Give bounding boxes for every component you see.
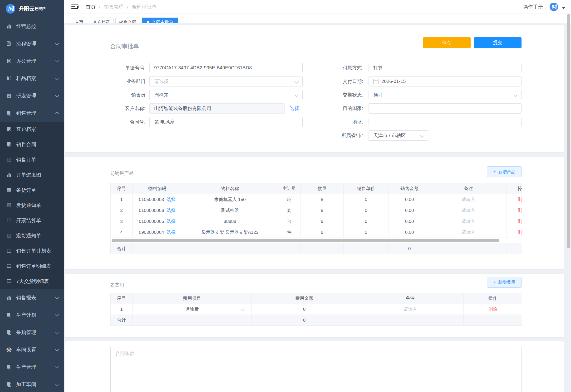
sidebar-item-shipping-notice[interactable]: 发货通知单 <box>0 198 64 213</box>
delivery-date-input[interactable]: 2026-01-15 <box>369 76 522 86</box>
fee-item-select[interactable]: 运输费 <box>133 304 252 315</box>
select-material-link[interactable]: 选择 <box>166 196 176 203</box>
select-material-link[interactable]: 选择 <box>166 218 176 224</box>
sidebar-item-label: 生产计划 <box>16 312 55 318</box>
cell-qty[interactable]: 8 <box>301 194 344 205</box>
sidebar-item-sales-report[interactable]: 销售报表 <box>0 289 64 306</box>
note-input[interactable] <box>432 208 505 213</box>
sidebar-item-rnd-mgmt[interactable]: 研发管理 <box>0 87 64 104</box>
sidebar-collapse-icon[interactable] <box>71 4 78 10</box>
tab-customer-archive[interactable]: 客户档案 <box>89 18 114 23</box>
sidebar-item-workshop-settings[interactable]: 车间设置 <box>0 341 64 358</box>
cell-price[interactable]: 0 <box>344 216 389 227</box>
sidebar-item-business-overview[interactable]: 经营总控 <box>0 18 64 35</box>
cell-unit: 套 <box>278 205 301 216</box>
salesman-select[interactable]: 周桂东 <box>150 90 303 100</box>
cell-qty[interactable]: 8 <box>301 205 344 216</box>
chevron-down-icon <box>294 79 299 84</box>
sidebar-item-production-plan[interactable]: 生产计划 <box>0 306 64 323</box>
col-header-amount: 销售金额 <box>389 183 430 194</box>
sidebar-item-7day-delivery-report[interactable]: 7天交货明细表 <box>0 274 64 289</box>
delete-row-link[interactable]: 删除 <box>518 208 522 213</box>
note-input[interactable] <box>432 197 505 202</box>
delivery-status-select[interactable]: 预计 <box>369 90 522 100</box>
province-select[interactable]: 天津市 / 市辖区 <box>369 130 428 141</box>
tab-home[interactable]: 首页 <box>71 18 87 23</box>
manual-link[interactable]: 操作手册 <box>523 4 543 10</box>
delete-row-link[interactable]: 删除 <box>488 307 497 312</box>
dest-country-label: 目的国家: <box>303 105 369 112</box>
cell-qty[interactable]: 8 <box>301 216 344 227</box>
table-icon <box>6 233 12 238</box>
contract-terms-textarea[interactable] <box>110 346 522 392</box>
breadcrumb-home[interactable]: 首页 <box>86 4 96 10</box>
pages-icon <box>6 364 12 370</box>
delete-row-link[interactable]: 删除 <box>518 219 522 224</box>
sidebar-item-label: 办公管理 <box>16 58 55 64</box>
note-input[interactable] <box>359 307 461 312</box>
cell-price[interactable]: 0 <box>344 194 389 205</box>
dest-country-input[interactable] <box>369 104 521 113</box>
tab-sales-contract[interactable]: 销售合同 <box>115 18 140 23</box>
select-placeholder: 请选择 <box>154 78 168 84</box>
add-product-button[interactable]: +新增产品 <box>487 166 522 177</box>
breadcrumb-contract-approval[interactable]: 合同审批单 <box>132 4 157 10</box>
delete-row-link[interactable]: 删除 <box>518 230 522 235</box>
sidebar-item-order-detail-report[interactable]: 销售订单明细表 <box>0 258 64 274</box>
note-input[interactable] <box>432 229 505 235</box>
calendar-icon <box>373 79 378 84</box>
erp-app: { "sidebar": { "logo_text": "升阳云ERP", "m… <box>0 0 571 392</box>
sidebar-item-office-mgmt[interactable]: 办公管理 <box>0 52 64 70</box>
sidebar-item-stock-order[interactable]: 备货订单 <box>0 182 64 198</box>
cell-price[interactable]: 0 <box>344 205 389 216</box>
sidebar-item-label: 加工车间 <box>16 381 55 388</box>
cell-amount: 0.00 <box>389 216 430 227</box>
cell-amount[interactable]: 0 <box>252 304 357 315</box>
payment-input[interactable] <box>369 63 521 73</box>
cell-no: 1 <box>111 194 133 205</box>
sidebar-item-sales-mgmt[interactable]: 销售管理 <box>0 104 64 122</box>
col-header-note: 备注 <box>430 183 507 194</box>
horizontal-scrollbar-thumb[interactable] <box>112 239 499 242</box>
breadcrumb-sales-mgmt[interactable]: 销售管理 <box>104 4 124 10</box>
sidebar-item-label: 客户档案 <box>16 126 59 133</box>
cell-no: 2 <box>111 205 133 216</box>
vertical-scrollbar-thumb[interactable] <box>567 14 570 248</box>
sidebar-item-order-progress[interactable]: 订单进度图 <box>0 167 64 182</box>
sidebar-item-processing-workshop[interactable]: 加工车间 <box>0 376 64 392</box>
cell-qty[interactable]: 8 <box>301 227 344 238</box>
customer-select-link[interactable]: 选择 <box>290 105 299 112</box>
sidebar-item-customer-archive[interactable]: 客户档案 <box>0 122 64 137</box>
col-header-price: 销售单价 <box>344 183 389 194</box>
sidebar-item-invoice-settlement[interactable]: 开票结算单 <box>0 213 64 228</box>
select-material-link[interactable]: 选择 <box>166 229 176 236</box>
add-fee-button[interactable]: +新增费用 <box>487 277 522 288</box>
submit-button[interactable]: 提交 <box>474 37 522 48</box>
user-menu-caret-icon[interactable] <box>562 7 565 9</box>
avatar[interactable]: M <box>550 3 558 11</box>
save-button[interactable]: 保存 <box>423 37 471 48</box>
chevron-down-icon <box>294 93 299 97</box>
sidebar-item-process-mgmt[interactable]: 流程管理 <box>0 35 64 52</box>
sidebar-item-material-archive[interactable]: 料品档案 <box>0 70 64 87</box>
sidebar-item-label: 订单进度图 <box>16 171 59 178</box>
sidebar-item-sales-order[interactable]: 销售订单 <box>0 152 64 167</box>
department-select[interactable]: 请选择 <box>150 76 303 86</box>
table-icon <box>6 187 12 193</box>
add-fee-label: 新增费用 <box>498 280 515 285</box>
fees-table-container: 序号 费用项目 费用金额 备注 操作 1 运输费 0 删除 合计 <box>110 293 522 326</box>
sidebar-item-purchase-mgmt[interactable]: 采购管理 <box>0 323 64 341</box>
select-material-link[interactable]: 选择 <box>166 207 176 214</box>
sidebar-item-sales-contract[interactable]: 销售合同 <box>0 137 64 152</box>
cell-unit: 台 <box>278 216 301 227</box>
doc-no-input[interactable] <box>150 63 302 73</box>
contract-no-input[interactable] <box>150 117 302 127</box>
note-input[interactable] <box>432 219 505 224</box>
sidebar-item-production-mgmt[interactable]: 生产管理 <box>0 358 64 376</box>
sidebar-item-order-plan-report[interactable]: 销售订单计划表 <box>0 243 64 258</box>
delete-row-link[interactable]: 删除 <box>518 197 522 202</box>
cell-price[interactable]: 0 <box>344 227 389 238</box>
tab-contract-approval[interactable]: 合同审批单 <box>142 18 178 23</box>
sidebar-item-return-notice[interactable]: 退货通知单 <box>0 228 64 243</box>
address-input[interactable] <box>369 117 521 127</box>
